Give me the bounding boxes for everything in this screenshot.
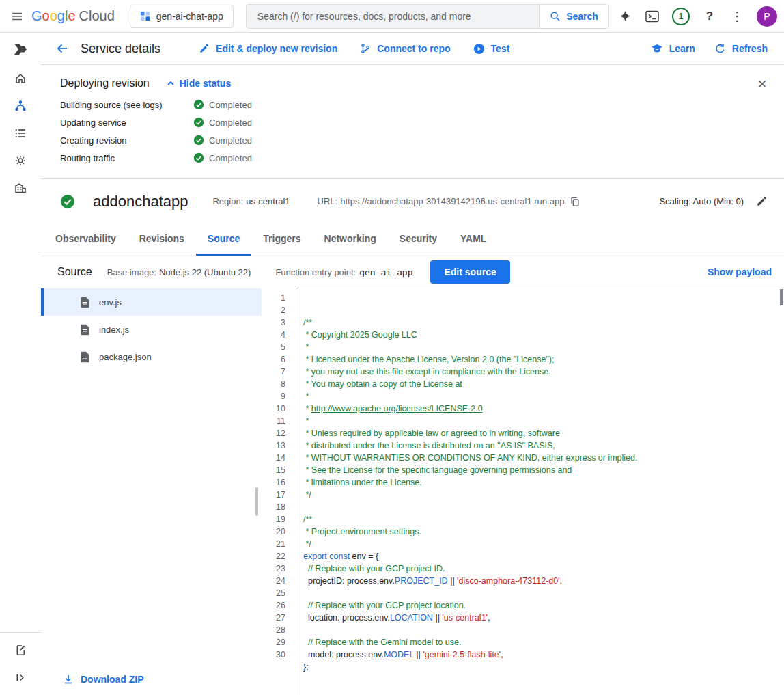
- file-name: package.json: [99, 352, 152, 362]
- sidebar-integrations-icon[interactable]: [4, 148, 37, 174]
- tab-source[interactable]: Source: [196, 223, 251, 256]
- show-payload-link[interactable]: Show payload: [708, 267, 772, 277]
- download-zip-button[interactable]: Download ZIP: [41, 674, 262, 695]
- help-icon[interactable]: ?: [697, 3, 723, 29]
- search-button[interactable]: Search: [539, 5, 608, 28]
- repo-branch-icon: [360, 43, 371, 54]
- collapse-nav-icon[interactable]: [4, 664, 37, 690]
- file-name: index.js: [99, 325, 129, 335]
- source-header: Source Base image:Node.js 22 (Ubuntu 22)…: [41, 256, 784, 288]
- service-tabs: Observability Revisions Source Triggers …: [41, 223, 784, 256]
- scaling-label: Scaling: Auto (Min: 0): [659, 196, 744, 206]
- status-value: Completed: [209, 153, 252, 163]
- file-row-env-js[interactable]: env.js: [41, 288, 262, 316]
- connect-repo-button[interactable]: Connect to repo: [360, 43, 450, 54]
- status-label-text: ): [159, 100, 162, 110]
- region-value: us-central1: [246, 196, 290, 206]
- check-circle-icon: [193, 135, 204, 146]
- status-row: Building source (see logs) Completed: [60, 99, 768, 110]
- back-arrow-icon[interactable]: [52, 38, 72, 59]
- cloud-run-logo: [0, 33, 41, 65]
- gemini-sparkle-icon[interactable]: [612, 3, 638, 29]
- entry-point-value: gen-ai-app: [359, 267, 412, 277]
- sidebar-home-icon[interactable]: [4, 66, 37, 92]
- tab-revisions[interactable]: Revisions: [128, 223, 196, 256]
- search-bar: Search: [246, 4, 609, 29]
- search-button-label: Search: [566, 11, 598, 22]
- service-check-circle-icon: [60, 194, 75, 209]
- copy-icon[interactable]: [570, 196, 580, 207]
- topbar: Google Cloud gen-ai-chat-app Search: [0, 0, 784, 33]
- file-row-index-js[interactable]: index.js: [41, 316, 262, 343]
- code-viewport: /** * Copyright 2025 Google LLC * * Lice…: [296, 288, 784, 695]
- release-notes-icon[interactable]: [4, 637, 37, 663]
- search-input[interactable]: [247, 5, 539, 28]
- connect-repo-label: Connect to repo: [377, 43, 450, 54]
- check-circle-icon: [193, 99, 204, 110]
- file-icon: [80, 351, 90, 363]
- status-value: Completed: [209, 118, 252, 128]
- play-circle-icon: [473, 43, 485, 55]
- tab-observability[interactable]: Observability: [44, 223, 128, 256]
- sidebar-services-icon[interactable]: [4, 93, 37, 119]
- download-icon: [63, 674, 74, 685]
- entry-point-label: Function entry point:: [275, 267, 356, 277]
- status-label-text: Building source (see: [60, 100, 143, 110]
- hide-status-button[interactable]: Hide status: [167, 78, 231, 89]
- notification-count: 1: [678, 11, 683, 21]
- file-row-package-json[interactable]: package.json: [41, 343, 262, 370]
- learn-button[interactable]: Learn: [651, 42, 695, 55]
- service-toolbar: Service details Edit & deploy new revisi…: [41, 33, 784, 65]
- file-panel-scrollbar[interactable]: [255, 487, 258, 516]
- file-tree: env.js index.js package.json: [41, 288, 262, 695]
- hamburger-menu-icon[interactable]: [4, 3, 30, 29]
- logo-letter: o: [50, 8, 57, 24]
- page-title: Service details: [81, 42, 160, 56]
- notifications-badge[interactable]: 1: [672, 8, 690, 25]
- close-icon[interactable]: ✕: [751, 73, 773, 95]
- edit-deploy-button[interactable]: Edit & deploy new revision: [199, 43, 337, 54]
- tab-triggers[interactable]: Triggers: [251, 223, 312, 256]
- status-row: Updating service Completed: [60, 117, 768, 128]
- avatar[interactable]: P: [757, 6, 777, 27]
- project-switcher[interactable]: gen-ai-chat-app: [130, 5, 234, 28]
- logo-letter: o: [42, 8, 50, 24]
- logo-letter: g: [57, 8, 65, 24]
- code-content: /** * Copyright 2025 Google LLC * * Lice…: [303, 316, 784, 685]
- status-label: Routing traffic: [60, 153, 193, 163]
- logs-link[interactable]: logs: [143, 100, 159, 110]
- learn-icon: [651, 42, 663, 55]
- check-circle-icon: [193, 152, 204, 163]
- more-vert-icon[interactable]: ⋮: [724, 3, 750, 29]
- cloud-shell-icon[interactable]: [639, 3, 665, 29]
- status-label: Building source (see logs): [60, 100, 193, 110]
- tab-security[interactable]: Security: [388, 223, 449, 256]
- source-title: Source: [57, 266, 92, 278]
- learn-label: Learn: [669, 43, 695, 54]
- refresh-button[interactable]: Refresh: [714, 43, 768, 55]
- test-button[interactable]: Test: [473, 43, 510, 55]
- deploy-status-panel: ✕ Deploying revision Hide status Buildin…: [41, 65, 784, 179]
- code-editor: 1234567891011121314151617181920212223242…: [262, 288, 784, 695]
- search-icon: [550, 11, 561, 22]
- avatar-initial: P: [764, 11, 770, 22]
- sidebar-list-icon[interactable]: [4, 120, 37, 146]
- sidebar-bottom: [0, 632, 41, 695]
- left-nav-rail: [0, 33, 41, 695]
- edit-scaling-icon[interactable]: [756, 195, 768, 207]
- tab-networking[interactable]: Networking: [313, 223, 388, 256]
- deploy-panel-title: Deploying revision: [60, 77, 150, 90]
- tab-yaml[interactable]: YAML: [449, 223, 498, 256]
- topbar-actions: 1 ? ⋮ P: [612, 3, 777, 29]
- sidebar-organization-icon[interactable]: [4, 175, 37, 201]
- editor-scrollbar[interactable]: [780, 289, 783, 305]
- region-label: Region:: [212, 196, 243, 206]
- project-icon: [140, 11, 150, 21]
- refresh-label: Refresh: [732, 43, 768, 54]
- file-name: env.js: [99, 297, 122, 308]
- edit-source-button[interactable]: Edit source: [430, 260, 509, 284]
- check-circle-icon: [193, 117, 204, 128]
- google-cloud-logo[interactable]: Google Cloud: [31, 8, 115, 24]
- logo-letter: G: [31, 8, 42, 24]
- service-header: addonchatapp Region:us-central1 URL:http…: [41, 179, 784, 223]
